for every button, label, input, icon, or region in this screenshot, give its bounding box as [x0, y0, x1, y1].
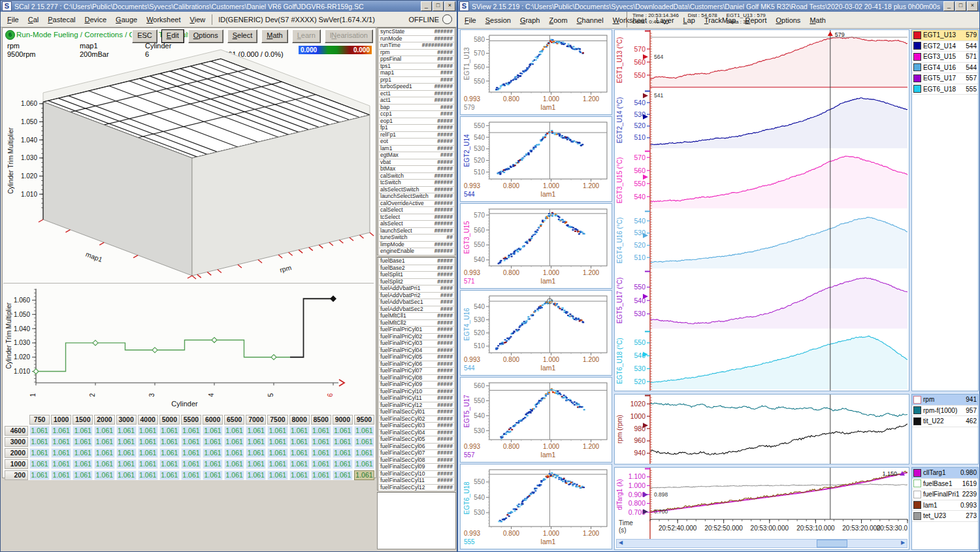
table-cell[interactable]: 1.061 — [116, 448, 137, 458]
table-cell[interactable]: 1.061 — [116, 426, 137, 436]
menu-item-channel[interactable]: Channel — [572, 14, 608, 26]
watch-row-fuelfinalseccyl07[interactable]: fuelFinalSecCyl07##### — [378, 449, 455, 457]
legend-row-egt3-u15[interactable]: EGT3_U15571 — [912, 52, 978, 63]
watch-row-fuelfinalpricyl01[interactable]: fuelFinalPriCyl01##### — [378, 326, 455, 334]
watch-row-fueladdvbatpri1[interactable]: fuelAddVbatPri1#### — [378, 285, 455, 293]
options-button[interactable]: Options — [188, 29, 223, 43]
table-col-header[interactable]: 8500 — [311, 415, 331, 425]
scatter-panel-egt4-u16[interactable]: 5105205305400.8001.0001.200EGT4_U16lam10… — [460, 290, 612, 376]
table-cell[interactable]: 1.061 — [267, 437, 287, 447]
close-button[interactable]: × — [444, 1, 455, 11]
menu-item-zoom[interactable]: Zoom — [544, 14, 572, 26]
table-cell[interactable]: 1.061 — [138, 426, 158, 436]
table-cell[interactable]: 1.061 — [203, 470, 223, 480]
table-cell[interactable]: 1.061 — [246, 459, 266, 469]
table-row-header[interactable]: 4600 — [5, 426, 28, 436]
table-cell[interactable]: 1.061 — [73, 448, 93, 458]
table-cell[interactable]: 1.061 — [354, 470, 374, 480]
table-cell[interactable]: 1.061 — [73, 437, 93, 447]
watch-row-caloverrideactive[interactable]: calOverrideActive###### — [378, 200, 455, 208]
legend-row-rpm[interactable]: rpm941 — [912, 395, 978, 406]
table-cell[interactable]: 1.061 — [267, 459, 287, 469]
table-cell[interactable]: 1.061 — [159, 426, 180, 436]
table-col-header[interactable]: 2000 — [94, 415, 114, 425]
table-cell[interactable]: 1.061 — [29, 470, 50, 480]
watch-row-fuelfinalseccyl08[interactable]: fuelFinalSecCyl08##### — [378, 457, 455, 464]
watch-row-fuelfinalpricyl08[interactable]: fuelFinalPriCyl08##### — [378, 374, 455, 382]
table-cell[interactable]: 1.061 — [333, 426, 353, 436]
table-cell[interactable]: 1.061 — [333, 459, 353, 469]
egt-strip-chart-panel[interactable]: 550560570EGT1_U13 (°C)564579510520530540… — [614, 29, 909, 391]
table-col-header[interactable]: 1000 — [51, 415, 71, 425]
egt2-u14-c--strip-chart[interactable]: 510520530540EGT2_U14 (°C)541 — [615, 90, 909, 150]
watch-row-fueladdvbatpri2[interactable]: fuelAddVbatPri2#### — [378, 292, 455, 300]
table-cell[interactable]: 1.061 — [246, 470, 266, 480]
scatter-panel-egt6-u18[interactable]: 5305405500.8001.0001.200EGT6_U18lam10.99… — [460, 464, 612, 549]
table-cell[interactable]: 1.061 — [94, 459, 114, 469]
table-cell[interactable]: 1.061 — [73, 470, 93, 480]
scal-titlebar[interactable]: S SCal 2.15.277 : C:\Users\Public\Docume… — [1, 1, 457, 12]
table-row-header[interactable]: 200 — [5, 470, 28, 480]
table-cell[interactable]: 1.061 — [181, 448, 201, 458]
legend-row-egt1-u13[interactable]: EGT1_U13579 — [912, 30, 978, 41]
table-cell[interactable]: 1.061 — [203, 426, 223, 436]
menu-item-file[interactable]: File — [3, 14, 24, 25]
legend-row-clltarg1[interactable]: cllTarg10.980 — [912, 468, 978, 479]
watch-row-fuelfinalpricyl10[interactable]: fuelFinalPriCyl10##### — [378, 388, 455, 396]
watch-row-fuelfinalseccyl09[interactable]: fuelFinalSecCyl09##### — [378, 463, 455, 471]
table-row-header[interactable]: 3000 — [5, 437, 28, 447]
watch-row-fuelfinalseccyl03[interactable]: fuelFinalSecCyl03##### — [378, 422, 455, 430]
table-cell[interactable]: 1.061 — [289, 426, 310, 436]
table-cell[interactable]: 1.061 — [246, 426, 266, 436]
watch-row-fueladdvbatsec2[interactable]: fuelAddVbatSec2#### — [378, 306, 455, 314]
table-col-header[interactable]: 4000 — [138, 415, 158, 425]
menu-item-graph[interactable]: Graph — [515, 14, 545, 26]
table-cell[interactable]: 1.061 — [333, 437, 353, 447]
watch-row-fuelfinalpricyl09[interactable]: fuelFinalPriCyl09##### — [378, 381, 455, 389]
egt1-u13-c--strip-chart[interactable]: 550560570EGT1_U13 (°C)564579 — [615, 30, 909, 90]
table-cell[interactable]: 1.061 — [138, 459, 158, 469]
table-cell[interactable]: 1.061 — [289, 459, 310, 469]
menu-item-device[interactable]: Device — [80, 14, 111, 25]
egt4-u16-c--strip-chart[interactable]: 510520530540EGT4_U16 (°C) — [615, 210, 909, 270]
table-cell[interactable]: 1.061 — [311, 437, 331, 447]
table-cell[interactable]: 1.061 — [267, 426, 287, 436]
egt3-u15-scatter-chart[interactable]: 5405505605700.8001.0001.200EGT3_U15lam10… — [461, 204, 612, 288]
table-cell[interactable]: 1.061 — [73, 426, 93, 436]
legend-row-tit-u22[interactable]: tit_U22462 — [912, 416, 978, 427]
table-cell[interactable]: 1.061 — [203, 448, 223, 458]
table-cell[interactable]: 1.061 — [138, 448, 158, 458]
watch-row-engineenable[interactable]: engineEnable###### — [378, 248, 455, 255]
rpm-chart[interactable]: 94096098010001020rpm (rpm) — [615, 395, 909, 464]
watch-row-fuelfinalseccyl04[interactable]: fuelFinalSecCyl04##### — [378, 429, 455, 437]
table-cell[interactable]: 1.061 — [267, 470, 287, 480]
watch-row-fueladdvbatsec1[interactable]: fuelAddVbatSec1#### — [378, 299, 455, 306]
watch-row-fuelfinalpricyl02[interactable]: fuelFinalPriCyl02##### — [378, 333, 455, 341]
table-row-header[interactable]: 1000 — [5, 459, 28, 469]
watch-row-alsselectswitch[interactable]: alsSelectSwitch###### — [378, 186, 455, 194]
watch-row-fuelfinalseccyl06[interactable]: fuelFinalSecCyl06##### — [378, 443, 455, 451]
table-cell[interactable]: 1.061 — [94, 470, 114, 480]
table-cell[interactable]: 1.061 — [138, 470, 158, 480]
table-cell[interactable]: 1.061 — [159, 437, 180, 447]
table-cell[interactable]: 1.061 — [246, 448, 266, 458]
scatter-panel-egt5-u17[interactable]: 5305405505600.8001.0001.200EGT5_U17lam10… — [460, 377, 612, 463]
table-col-header[interactable]: 8000 — [289, 415, 310, 425]
table-cell[interactable]: 1.061 — [51, 470, 71, 480]
table-cell[interactable]: 1.061 — [116, 437, 137, 447]
table-cell[interactable]: 1.061 — [51, 459, 71, 469]
math-button[interactable]: Math — [261, 29, 287, 43]
legend-row-egt6-u18[interactable]: EGT6_U18555 — [912, 84, 978, 95]
table-cell[interactable]: 1.061 — [203, 437, 223, 447]
table-col-header[interactable]: 5500 — [181, 415, 201, 425]
legend-row-rpm-f-1000-[interactable]: rpm-f(1000)957 — [912, 406, 978, 417]
menu-item-cal[interactable]: Cal — [24, 14, 44, 25]
legend-row-lam1[interactable]: lam10.993 — [912, 500, 978, 511]
table-cell[interactable]: 1.061 — [51, 437, 71, 447]
table-cell[interactable]: 1.061 — [267, 448, 287, 458]
table-cell[interactable]: 1.061 — [203, 459, 223, 469]
watch-row-fuelfinalpricyl04[interactable]: fuelFinalPriCyl04##### — [378, 347, 455, 355]
table-cell[interactable]: 1.061 — [354, 437, 374, 447]
legend-row-egt5-u17[interactable]: EGT5_U17557 — [912, 73, 978, 84]
egt5-u17-scatter-chart[interactable]: 5305405505600.8001.0001.200EGT5_U17lam10… — [461, 378, 612, 462]
